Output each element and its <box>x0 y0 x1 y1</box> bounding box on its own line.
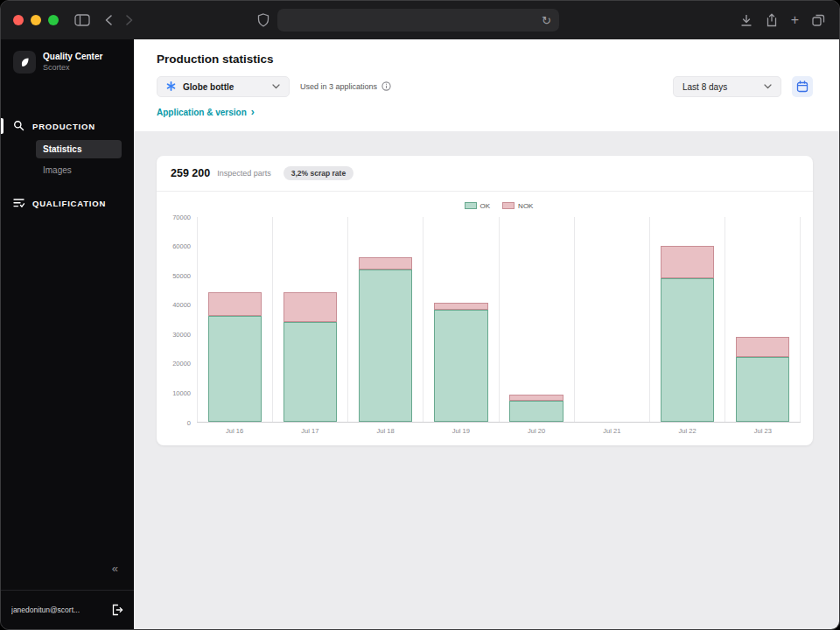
filter-row: Globe bottle Used in 3 applications <box>157 76 813 97</box>
x-axis-label: Jul 16 <box>197 427 272 435</box>
y-axis-label: 70000 <box>172 213 191 220</box>
chart-column <box>272 217 347 422</box>
bar-ok <box>736 357 789 422</box>
sidebar-item-images[interactable]: Images <box>36 161 122 179</box>
sidebar-section-label: PRODUCTION <box>32 122 95 131</box>
app-subtitle: Scortex <box>43 63 102 74</box>
search-icon <box>13 120 24 133</box>
y-axis-label: 60000 <box>172 242 191 250</box>
chart-column <box>197 217 272 422</box>
y-axis-label: 20000 <box>172 360 191 368</box>
back-button[interactable] <box>104 14 113 26</box>
bar-stack <box>509 217 563 422</box>
content-area: 259 200 Inspected parts 3,2% scrap rate … <box>134 131 839 630</box>
chart-x-axis: Jul 16Jul 17Jul 18Jul 19Jul 20Jul 21Jul … <box>197 427 801 435</box>
sidebar-item-statistics[interactable]: Statistics <box>36 140 122 158</box>
bar-nok <box>284 292 337 321</box>
x-axis-label: Jul 22 <box>650 427 725 435</box>
share-button[interactable] <box>766 13 778 27</box>
bar-nok <box>509 395 563 401</box>
bar-nok <box>434 303 487 310</box>
bar-stack <box>434 217 487 422</box>
bar-stack <box>359 217 412 422</box>
app-sidebar: Quality Center Scortex PRODUCTION Statis… <box>1 39 134 629</box>
production-chart: OKNOK 0100002000030000400005000060000700… <box>157 192 813 445</box>
collapse-sidebar-button[interactable]: « <box>112 562 118 575</box>
logout-button[interactable] <box>111 604 123 616</box>
application-version-link[interactable]: Application & version › <box>157 107 255 117</box>
x-axis-label: Jul 20 <box>499 427 574 435</box>
calendar-button[interactable] <box>792 76 813 97</box>
reload-button[interactable]: ↻ <box>542 15 551 26</box>
info-icon[interactable] <box>382 81 391 93</box>
bar-ok <box>284 322 337 422</box>
minimize-window-button[interactable] <box>31 15 41 25</box>
chart-legend: OKNOK <box>197 202 801 210</box>
y-axis-label: 10000 <box>172 388 191 396</box>
y-axis-label: 30000 <box>172 330 191 338</box>
bar-nok <box>208 292 262 316</box>
shield-icon[interactable] <box>257 13 270 27</box>
sidebar-item-production[interactable]: PRODUCTION <box>13 116 122 136</box>
x-axis-label: Jul 21 <box>574 427 649 435</box>
legend-item: NOK <box>502 202 533 210</box>
chart-y-axis: 010000200003000040000500006000070000 <box>162 217 197 423</box>
x-axis-label: Jul 18 <box>348 427 424 435</box>
chart-column <box>347 217 423 422</box>
inspected-parts-label: Inspected parts <box>217 169 271 178</box>
page-title: Production statistics <box>157 52 813 66</box>
bar-ok <box>509 401 563 421</box>
zoom-window-button[interactable] <box>48 15 59 25</box>
legend-swatch <box>465 202 477 209</box>
bar-nok <box>359 257 412 269</box>
x-axis-label: Jul 19 <box>424 427 499 435</box>
tab-overview-button[interactable] <box>812 14 825 26</box>
sidebar-section-label: QUALIFICATION <box>32 199 106 208</box>
downloads-button[interactable] <box>740 14 752 27</box>
address-bar[interactable]: ↻ <box>277 9 559 32</box>
used-in-text: Used in 3 applications <box>300 81 391 93</box>
chart-body: 010000200003000040000500006000070000 <box>162 217 801 423</box>
app-name: Quality Center <box>43 51 102 63</box>
sidebar-item-qualification[interactable]: QUALIFICATION <box>13 193 122 213</box>
browser-toolbar: ↻ + <box>1 1 839 39</box>
chart-column <box>649 217 724 422</box>
toggle-sidebar-button[interactable] <box>74 14 90 26</box>
toolbar-actions: + <box>740 1 825 39</box>
bar-ok <box>661 278 714 422</box>
bar-ok <box>359 270 412 422</box>
nav-section-production: PRODUCTION Statistics Images <box>1 116 134 179</box>
x-axis-label: Jul 23 <box>725 427 801 435</box>
bar-nok <box>736 337 789 357</box>
card-header: 259 200 Inspected parts 3,2% scrap rate <box>157 156 813 192</box>
brand: Quality Center Scortex <box>1 39 134 85</box>
chart-column <box>423 217 498 422</box>
legend-label: NOK <box>518 202 533 210</box>
close-window-button[interactable] <box>13 15 24 25</box>
used-in-label: Used in 3 applications <box>300 82 377 91</box>
browser-window: ↻ + Quality Center <box>0 0 840 630</box>
bar-nok <box>661 246 714 278</box>
nav-section-qualification: QUALIFICATION <box>1 193 134 213</box>
bar-stack <box>661 217 714 422</box>
statistics-card: 259 200 Inspected parts 3,2% scrap rate … <box>157 156 813 445</box>
chevron-right-icon: › <box>251 107 255 117</box>
product-dropdown[interactable]: Globe bottle <box>157 76 290 97</box>
legend-item: OK <box>465 202 491 210</box>
app-logo-icon <box>13 51 36 74</box>
y-axis-label: 50000 <box>172 271 191 279</box>
qualification-icon <box>13 197 24 210</box>
date-range-dropdown[interactable]: Last 8 days <box>673 76 781 97</box>
forward-button[interactable] <box>125 14 134 26</box>
scrap-rate-badge: 3,2% scrap rate <box>284 166 354 180</box>
account-row: janedonitun@scort... <box>1 591 134 629</box>
bar-stack <box>736 217 789 422</box>
product-dropdown-value: Globe bottle <box>183 82 234 92</box>
account-email: janedonitun@scort... <box>11 606 80 614</box>
address-bar-group: ↻ <box>257 9 559 32</box>
inspected-parts-value: 259 200 <box>171 167 210 179</box>
bar-stack <box>208 217 262 422</box>
x-axis-label: Jul 17 <box>272 427 347 435</box>
new-tab-button[interactable]: + <box>791 13 799 27</box>
bar-stack <box>284 217 337 422</box>
